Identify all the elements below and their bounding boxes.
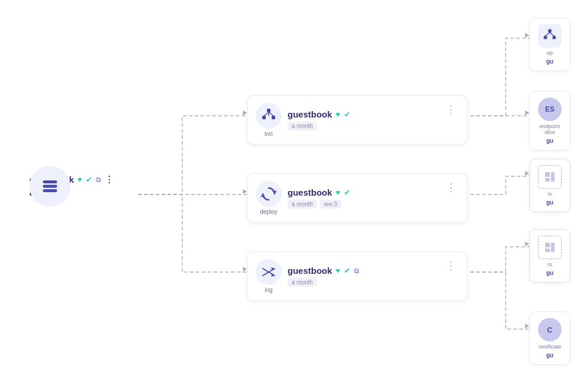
svc-name: guestbook — [288, 109, 332, 119]
es-text: ES — [545, 105, 554, 113]
root-check-icon: ✔ — [86, 175, 92, 184]
svg-rect-11 — [267, 109, 270, 112]
deploy-rev: rev:3 — [320, 200, 341, 209]
svg-marker-3 — [525, 33, 529, 38]
ing-meta: a month — [288, 278, 437, 287]
svc-icon-circle — [256, 103, 282, 129]
svc-content: guestbook ♥ ✔ a month — [288, 109, 437, 130]
deploy-name: guestbook — [288, 187, 332, 197]
deploy-icon-circle — [256, 181, 282, 207]
svg-rect-29 — [545, 178, 550, 182]
es-label: endpointslice — [540, 123, 560, 135]
svg-line-15 — [269, 112, 273, 116]
deploy-icon-wrap: deploy — [256, 181, 282, 215]
svg-rect-30 — [551, 172, 554, 182]
ing-content: guestbook ♥ ✔ ⧉ a month — [288, 266, 437, 287]
rs2-icon — [538, 236, 562, 259]
svg-marker-6 — [525, 242, 529, 246]
cert-label: certificate — [539, 344, 562, 350]
svg-marker-5 — [525, 171, 529, 176]
svg-line-27 — [550, 32, 554, 36]
root-external-icon: ⧉ — [96, 176, 101, 184]
deploy-refresh-icon — [260, 186, 277, 202]
svg-marker-18 — [260, 194, 265, 197]
rs1-name: gu — [546, 199, 553, 206]
svc-title-row: guestbook ♥ ✔ — [288, 109, 437, 119]
svg-rect-32 — [545, 249, 550, 252]
svg-marker-4 — [525, 110, 529, 115]
svg-rect-28 — [545, 172, 550, 177]
svc-heart: ♥ — [336, 110, 340, 119]
ing-shuffle-icon — [260, 264, 277, 280]
rs2-box-icon — [543, 241, 556, 254]
root-icon-circle — [29, 166, 71, 207]
svc-network-icon — [260, 108, 277, 124]
root-node-container: guestbook ♥ ✔ ⧉ ⋮ a month — [29, 174, 114, 198]
svg-line-14 — [264, 112, 269, 116]
ing-label: ing — [265, 287, 272, 293]
ing-name: guestbook — [288, 266, 332, 276]
deploy-check: ✔ — [344, 188, 350, 197]
svc-icon-wrap: svc — [256, 103, 282, 137]
cert-icon: C — [538, 318, 562, 341]
svg-rect-9 — [43, 185, 57, 187]
svg-marker-7 — [525, 324, 529, 328]
root-menu-button[interactable]: ⋮ — [105, 174, 114, 185]
svc-meta: a month — [288, 122, 437, 130]
rs1-box-icon — [543, 170, 556, 183]
ing-icon-wrap: ing — [256, 259, 282, 293]
ing-menu-button[interactable]: ⋮ — [443, 259, 459, 272]
deploy-title-row: guestbook ♥ ✔ — [288, 187, 437, 197]
svg-rect-31 — [545, 243, 550, 247]
deploy-content: guestbook ♥ ✔ a month rev:3 — [288, 187, 437, 209]
ep-top-name: gu — [546, 58, 553, 65]
cert-name: gu — [546, 352, 553, 358]
svg-rect-13 — [272, 116, 275, 119]
svg-line-26 — [546, 32, 550, 36]
ing-check: ✔ — [344, 266, 350, 275]
ep-top-icon — [538, 24, 562, 48]
canvas: guestbook ♥ ✔ ⧉ ⋮ a month — [0, 0, 588, 389]
cert-text: C — [547, 326, 552, 334]
svg-marker-2 — [243, 267, 247, 271]
rs1-icon — [538, 165, 562, 189]
rs2-name: gu — [546, 270, 553, 276]
svc-menu-button[interactable]: ⋮ — [443, 103, 459, 116]
rs1-label: rs — [547, 191, 552, 197]
ing-timestamp: a month — [288, 278, 317, 287]
root-heart-icon: ♥ — [78, 175, 82, 184]
svc-timestamp: a month — [288, 122, 317, 130]
svg-rect-25 — [553, 36, 556, 39]
svg-rect-24 — [544, 36, 547, 39]
deploy-menu-button[interactable]: ⋮ — [443, 181, 459, 194]
deploy-heart: ♥ — [336, 188, 340, 197]
ing-icon-circle — [256, 259, 282, 285]
svc-label: svc — [265, 130, 273, 137]
stack-icon — [41, 177, 59, 196]
svg-rect-23 — [548, 29, 552, 33]
svg-rect-8 — [43, 180, 57, 183]
deploy-timestamp: a month — [288, 200, 317, 209]
ep-top-node: ep gu — [529, 18, 570, 71]
deploy-label: deploy — [260, 209, 277, 215]
ep-network-icon — [542, 28, 557, 43]
ing-external: ⧉ — [354, 267, 359, 275]
svc-node: svc guestbook ♥ ✔ a month ⋮ — [247, 95, 467, 145]
es-name: gu — [546, 138, 553, 144]
cert-node: C certificate gu — [529, 311, 570, 365]
deploy-meta: a month rev:3 — [288, 200, 437, 209]
rs2-label: rs — [547, 261, 552, 267]
svg-rect-10 — [43, 189, 57, 192]
es-node: ES endpointslice gu — [529, 91, 570, 150]
es-icon: ES — [538, 98, 562, 121]
svg-marker-0 — [243, 110, 247, 115]
svg-rect-12 — [262, 116, 266, 119]
ing-heart: ♥ — [336, 266, 340, 275]
ing-node: ing guestbook ♥ ✔ ⧉ a month ⋮ — [247, 251, 467, 301]
ing-title-row: guestbook ♥ ✔ ⧉ — [288, 266, 437, 276]
rs2-node: rs gu — [529, 229, 570, 283]
svg-marker-1 — [243, 189, 247, 194]
rs1-node: rs gu — [529, 159, 570, 212]
deploy-node: deploy guestbook ♥ ✔ a month rev:3 ⋮ — [247, 173, 467, 223]
svg-rect-33 — [551, 243, 554, 252]
